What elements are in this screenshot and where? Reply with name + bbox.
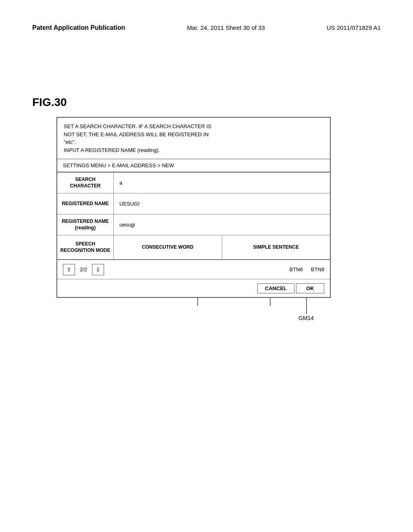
search-character-label: SEARCH CHARACTER [57, 172, 114, 193]
nav-right: BTN8 BTN9 [290, 266, 324, 272]
btn8-label[interactable]: BTN8 [290, 266, 303, 272]
speech-recognition-row: SPEECH RECOGNITION MODE CONSECUTIVE WORD… [57, 235, 330, 260]
bottom-nav-row: ⇧ 2/2 ⇩ BTN8 BTN9 [57, 260, 330, 279]
nav-left: ⇧ 2/2 ⇩ [63, 264, 104, 275]
registered-name-value[interactable]: UESUGI [114, 193, 330, 214]
instruction-line3: "etc". [64, 138, 323, 146]
page-indicator: 2/2 [77, 266, 90, 272]
patent-number-label: US 2011/071829 A1 [327, 24, 381, 31]
date-sheet-label: Mar. 24, 2011 Sheet 30 of 33 [187, 24, 265, 31]
publication-label: Patent Application Publication [32, 24, 125, 31]
search-character-value[interactable]: a [114, 172, 330, 193]
header: Patent Application Publication Mar. 24, … [32, 24, 381, 31]
down-arrow-button[interactable]: ⇩ [92, 264, 104, 275]
consecutive-word-option[interactable]: CONSECUTIVE WORD [114, 235, 222, 259]
simple-sentence-option[interactable]: SIMPLE SENTENCE [222, 235, 330, 259]
btn9-label[interactable]: BTN9 [311, 266, 324, 272]
menu-path-bar: SETTINGS MENU > E-MAIL ADDRESS > NEW [57, 159, 330, 172]
speech-options: CONSECUTIVE WORD SIMPLE SENTENCE [114, 235, 330, 259]
cancel-button[interactable]: CANCEL [257, 283, 294, 293]
page-container: Patent Application Publication Mar. 24, … [0, 0, 413, 532]
svg-text:GM14: GM14 [298, 315, 314, 321]
up-arrow-button[interactable]: ⇧ [63, 264, 75, 275]
dialog-box: SET A SEARCH CHARACTER. IF A SEARCH CHAR… [56, 117, 331, 298]
instructions-box: SET A SEARCH CHARACTER. IF A SEARCH CHAR… [57, 118, 330, 159]
instruction-line2: NOT SET, THE E-MAIL ADDRESS WILL BE REGI… [64, 131, 323, 139]
instruction-line1: SET A SEARCH CHARACTER. IF A SEARCH CHAR… [64, 123, 323, 131]
registered-name-reading-label: REGISTERED NAME (reading) [57, 214, 114, 235]
figure-label: FIG.30 [32, 96, 381, 109]
search-character-row: SEARCH CHARACTER a [57, 172, 330, 193]
registered-name-reading-row: REGISTERED NAME (reading) uesugi [57, 214, 330, 235]
instruction-line4: INPUT A REGISTERED NAME (reading). [64, 146, 323, 154]
registered-name-row: REGISTERED NAME UESUGI [57, 193, 330, 214]
speech-recognition-label: SPEECH RECOGNITION MODE [57, 235, 114, 259]
ok-button[interactable]: OK [296, 283, 324, 293]
action-row: CANCEL OK [57, 279, 330, 297]
form-area: SEARCH CHARACTER a REGISTERED NAME UESUG… [57, 172, 330, 260]
registered-name-label: REGISTERED NAME [57, 193, 114, 214]
registered-name-reading-value[interactable]: uesugi [114, 214, 330, 235]
